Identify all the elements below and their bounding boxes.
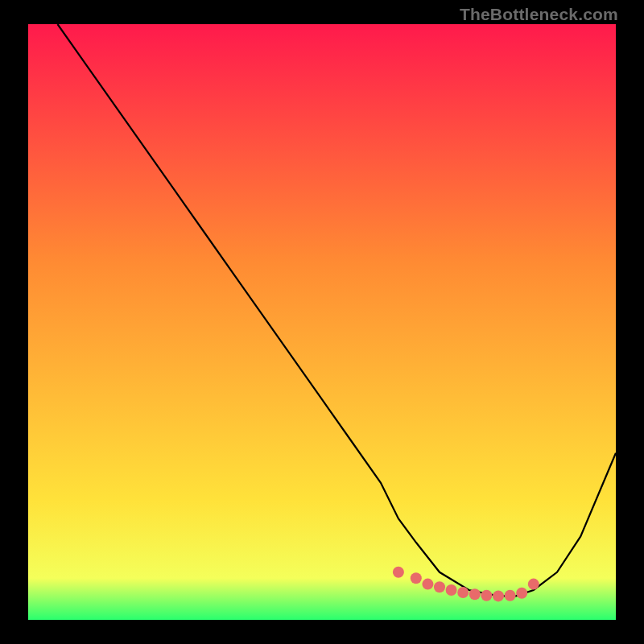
highlight-marker: [457, 587, 469, 598]
highlight-marker: [528, 579, 539, 590]
chart-container: TheBottleneck.com: [0, 0, 644, 644]
highlight-marker: [505, 590, 516, 601]
plot-area: [28, 24, 616, 620]
highlight-marker: [422, 579, 433, 590]
highlight-marker: [493, 590, 504, 601]
chart-svg: [28, 24, 616, 620]
highlight-marker: [393, 567, 404, 578]
gradient-background: [28, 24, 616, 620]
highlight-marker: [411, 572, 422, 584]
highlight-marker: [516, 588, 527, 599]
watermark-text: TheBottleneck.com: [460, 5, 618, 24]
highlight-marker: [469, 588, 481, 600]
highlight-marker: [434, 581, 445, 592]
highlight-marker: [481, 590, 492, 601]
highlight-marker: [446, 584, 457, 596]
